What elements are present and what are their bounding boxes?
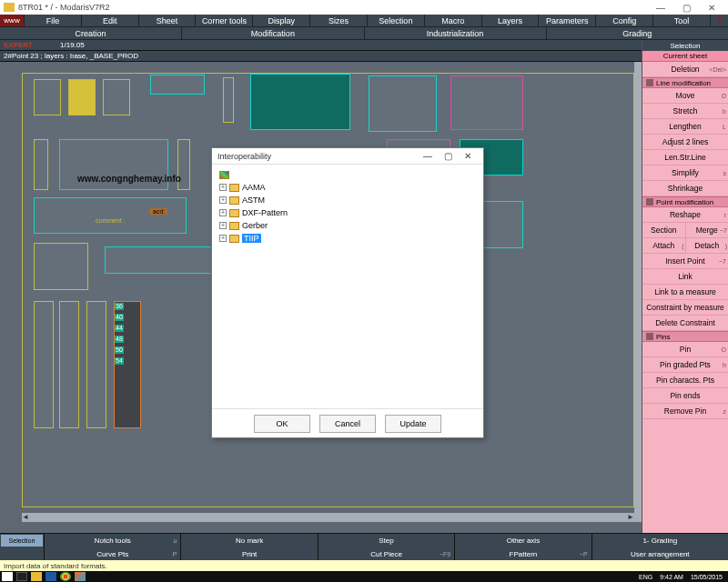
menu-display[interactable]: Display <box>252 15 309 26</box>
menu-config[interactable]: Config <box>595 15 652 26</box>
bottom-toolbar: Selection Notch toolsu No mark Step Othe… <box>0 533 728 560</box>
tool-section-merge[interactable]: Section Merge~7 <box>642 223 728 238</box>
horizontal-scrollbar[interactable] <box>22 513 634 522</box>
tree-item-aama[interactable]: +AAMA <box>217 181 478 194</box>
expand-icon[interactable]: + <box>219 222 227 229</box>
menu-corner-tools[interactable]: Corner tools <box>195 15 252 26</box>
dialog-maximize-icon[interactable]: ▢ <box>438 151 458 161</box>
mode-modification[interactable]: Modification <box>181 27 363 39</box>
tool-len-str-line[interactable]: Len.Str.Line <box>642 150 728 166</box>
mode-industrialization[interactable]: Industrialization <box>364 27 546 39</box>
menu-layers[interactable]: Layers <box>481 15 539 26</box>
app-icon[interactable] <box>75 572 86 581</box>
bb-other-axis[interactable]: Other axis <box>454 534 591 547</box>
explorer-icon[interactable] <box>31 572 42 581</box>
dialog-close-icon[interactable]: ✕ <box>458 151 478 161</box>
tool-attach-detach[interactable]: Attach( Detach) <box>642 238 728 254</box>
bb-fpattern[interactable]: FPattern~P <box>454 547 591 561</box>
www-button[interactable]: www <box>0 15 24 26</box>
tray-time[interactable]: 9:42 AM <box>660 574 683 580</box>
expand-icon[interactable]: + <box>219 209 227 216</box>
tool-stretch[interactable]: Stretchb <box>642 104 728 119</box>
tool-pin-ends[interactable]: Pin ends <box>642 388 728 404</box>
windows-taskbar[interactable]: ENG 9:42 AM 15/05/2015 <box>0 571 728 582</box>
expand-icon[interactable]: + <box>219 196 227 204</box>
bb-curve-pts[interactable]: Curve PtsP <box>44 547 180 561</box>
bottom-tab-blank[interactable] <box>0 547 44 561</box>
tool-adjust-2-lines[interactable]: Adjust 2 lines <box>642 135 728 150</box>
bb-1-grading[interactable]: 1- Grading <box>592 534 728 547</box>
menu-edit[interactable]: Edit <box>81 15 138 26</box>
tool-remove-pin[interactable]: Remove Pinz <box>642 404 728 419</box>
vertical-scrollbar[interactable] <box>634 62 642 522</box>
sidebar-head[interactable]: Selection <box>642 40 728 51</box>
tree-root[interactable] <box>217 168 478 181</box>
minimize-button[interactable]: — <box>648 1 673 14</box>
tray-date[interactable]: 15/05/2015 <box>691 574 723 580</box>
menu-sheet[interactable]: Sheet <box>138 15 196 26</box>
menu-macro[interactable]: Macro <box>424 15 481 26</box>
help-button[interactable]: ? <box>710 15 728 26</box>
bb-notch-tools[interactable]: Notch toolsu <box>44 534 180 547</box>
dialog-minimize-icon[interactable]: — <box>418 151 438 161</box>
tool-pin-characts[interactable]: Pin characts. Pts <box>642 373 728 388</box>
close-button[interactable]: ✕ <box>699 1 724 14</box>
tool-reshape[interactable]: Reshaper <box>642 207 728 223</box>
cat-point-modification[interactable]: Point modification <box>642 196 728 207</box>
tool-constraint-measure[interactable]: Constraint by measure <box>642 300 728 316</box>
folder-icon <box>229 196 239 205</box>
acd-label: acd: <box>150 208 167 215</box>
bb-step[interactable]: Step <box>318 534 454 547</box>
cat-pins[interactable]: Pins <box>642 331 728 342</box>
chrome-icon[interactable] <box>60 572 71 581</box>
tree-item-dxf[interactable]: +DXF-Pattern <box>217 206 478 219</box>
tool-link[interactable]: Link <box>642 269 728 285</box>
size-mark: 36 <box>115 303 124 310</box>
tree-item-tiip[interactable]: +TIIP <box>217 232 478 245</box>
expert-label: EXPERT <box>4 41 33 49</box>
expand-icon[interactable]: + <box>219 235 227 242</box>
start-icon[interactable] <box>2 572 13 581</box>
tool-insert-point[interactable]: Insert Point~7 <box>642 254 728 269</box>
maximize-button[interactable]: ▢ <box>673 1 699 14</box>
tray-lang[interactable]: ENG <box>639 574 652 580</box>
tree-item-astm[interactable]: +ASTM <box>217 194 478 206</box>
size-mark: 40 <box>115 314 124 321</box>
cancel-button[interactable]: Cancel <box>319 415 376 433</box>
menu-bar: www File Edit Sheet Corner tools Display… <box>0 15 728 27</box>
dialog-button-row: OK Cancel Update <box>212 408 483 437</box>
tool-shrinkage[interactable]: Shrinkage <box>642 181 728 196</box>
tool-deletion[interactable]: Deletion<Del> <box>642 62 728 77</box>
update-button[interactable]: Update <box>385 415 441 433</box>
menu-parameters[interactable]: Parameters <box>538 15 595 26</box>
dialog-tree[interactable]: +AAMA +ASTM +DXF-Pattern +Gerber +TIIP <box>212 165 483 408</box>
menu-sizes[interactable]: Sizes <box>309 15 367 26</box>
menu-tool[interactable]: Tool <box>652 15 710 26</box>
tool-lengthen[interactable]: LengthenL <box>642 119 728 135</box>
bb-cut-piece[interactable]: Cut Piece~F9 <box>318 547 454 561</box>
tool-delete-constraint[interactable]: Delete Constraint <box>642 316 728 331</box>
cat-line-modification[interactable]: Line modification <box>642 77 728 88</box>
bb-user-arrangement[interactable]: User arrangement <box>592 547 728 561</box>
tool-simplify[interactable]: Simplifys <box>642 166 728 181</box>
menu-selection[interactable]: Selection <box>367 15 424 26</box>
bb-print[interactable]: Print <box>180 547 317 561</box>
tool-link-measure[interactable]: Link to a measure <box>642 285 728 300</box>
menu-file[interactable]: File <box>24 15 81 26</box>
dialog-titlebar[interactable]: Interoperability — ▢ ✕ <box>212 148 483 165</box>
bb-no-mark[interactable]: No mark <box>180 534 317 547</box>
tool-pin[interactable]: PinO <box>642 342 728 357</box>
ok-button[interactable]: OK <box>254 415 310 433</box>
bottom-tab-selection[interactable]: Selection <box>0 534 44 547</box>
store-icon[interactable] <box>46 572 56 581</box>
expand-icon[interactable]: + <box>219 184 227 191</box>
info-bar: EXPERT 1/19.05 <box>0 40 728 51</box>
mode-creation[interactable]: Creation <box>0 27 181 39</box>
tool-sidebar: Selection Current sheet Deletion<Del> Li… <box>642 40 728 533</box>
tool-pin-graded[interactable]: Pin graded Ptsh <box>642 357 728 373</box>
tool-move[interactable]: MoveD <box>642 88 728 104</box>
sidebar-subhead[interactable]: Current sheet <box>642 51 728 62</box>
search-icon[interactable] <box>16 572 27 581</box>
tree-item-gerber[interactable]: +Gerber <box>217 219 478 232</box>
mode-grading[interactable]: Grading <box>546 27 728 39</box>
